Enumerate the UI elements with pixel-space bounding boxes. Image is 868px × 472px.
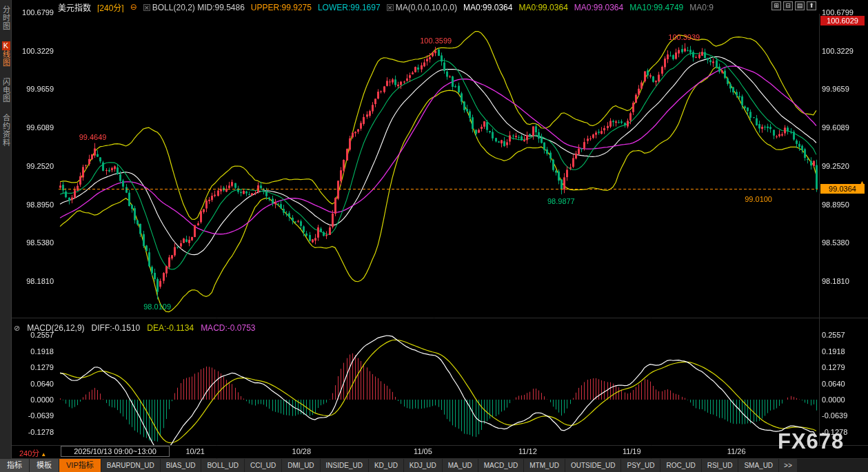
brand-watermark: FX678 [778,429,844,454]
indicator-readout-text: MA10:99.4749 [629,3,683,12]
time-axis: 240分▲ 2025/10/13 09:00~13:00 10/2110/281… [0,446,868,458]
indicator-readout: UPPER:99.9275 [251,3,312,12]
toolbar-button-7[interactable]: DMI_UD [282,459,319,472]
macd-readout: DEA:-0.1134 [147,323,194,333]
toolbar-button-9[interactable]: KD_UD [369,459,403,472]
x-axis-date-label: 10/28 [292,447,312,455]
date-range-box[interactable]: 2025/10/13 09:00~13:00 [61,446,170,457]
indicator-readout: ⨯BOLL(20,2) MID:99.5486 [143,3,245,12]
toolbar-button-1[interactable]: 模板 [30,459,59,472]
toolbar-button-0[interactable]: 指标 [0,459,29,472]
indicator-readout-text: MA(0,0,0,10,0,0) [396,3,457,12]
period-label: [240分] [97,2,124,12]
timeframe-label: 240分▲ [19,447,46,458]
layout-split-icon[interactable]: ⊟ [783,1,793,10]
sidebar-item-kline-chart[interactable]: K线图 [1,41,11,67]
indicator-toolbar: 指标模板VIP指标BARUPDN_UDBIAS_UDBOLL_UDCCI_UDD… [0,459,868,472]
indicator-readout: ⨯MA(0,0,0,10,0,0) [387,3,457,12]
symbol-title: 美元指数 [58,2,91,12]
collapse-panel-icon[interactable]: ⊖ [130,3,137,12]
sidebar-item-label: 分时图 [2,6,10,30]
indicator-readout-text: BOLL(20,2) MID:99.5486 [152,3,245,12]
x-axis-date-label: 11/05 [414,447,432,455]
x-axis-date-label: 11/26 [727,447,746,455]
chart-canvas[interactable] [0,0,868,472]
sidebar-item-label: 闪电图 [2,78,10,103]
toolbar-button-13[interactable]: MTM_UD [524,459,565,472]
indicator-readout-text: MA0:99.0364 [574,3,623,12]
x-axis-date-label: 11/19 [623,447,641,455]
toolbar-button-19[interactable]: >> [779,459,797,472]
toolbar-button-11[interactable]: MA_UD [443,459,478,472]
remove-indicator-icon[interactable]: ⨯ [143,4,150,11]
toolbar-button-16[interactable]: ROC_UD [660,459,700,472]
layout-rows-icon[interactable]: ▤ [795,1,805,10]
sidebar-item-time-chart[interactable]: 分时图 [1,6,11,30]
indicator-readout-text: LOWER:99.1697 [318,3,381,12]
sidebar-item-label: 合约资料 [2,114,10,147]
macd-readouts: MACD(26,12,9)DIFF:-0.1510DEA:-0.1134MACD… [27,323,255,333]
maximize-icon[interactable]: ⬆ [807,1,816,10]
indicator-readout: MA10:99.4749 [629,3,683,12]
sidebar-item-flash-chart[interactable]: 闪电图 [1,78,11,103]
toolbar-button-12[interactable]: MACD_UD [478,459,523,472]
macd-settings-icon[interactable]: ⊘ [14,324,20,333]
indicator-header: 美元指数 [240分] ⊖ ⨯BOLL(20,2) MID:99.5486UPP… [58,2,772,12]
x-axis-date-label: 11/12 [518,447,537,455]
indicator-readout-text: UPPER:99.9275 [251,3,312,12]
toolbar-button-2[interactable]: VIP指标 [59,459,101,472]
indicator-readout: MA0:99.0364 [463,3,512,12]
up-triangle-icon: ▲ [41,451,46,458]
remove-indicator-icon[interactable]: ⨯ [387,4,394,11]
indicator-readout-text: MA0:9 [689,3,714,12]
sidebar-item-contract-info[interactable]: 合约资料 [1,114,11,147]
x-axis-date-label: 10/21 [185,447,205,455]
sidebar-item-label: 线图 [2,50,10,67]
toolbar-button-15[interactable]: PSY_UD [621,459,660,472]
toolbar-button-8[interactable]: INSIDE_UD [321,459,368,472]
macd-readout: MACD:-0.0753 [201,323,255,333]
layout-grid-icon[interactable]: ⊞ [771,1,781,10]
window-layout-icons: ⊞⊟▤⬆ [771,1,816,10]
macd-header: ⊘ MACD(26,12,9)DIFF:-0.1510DEA:-0.1134MA… [14,323,256,333]
toolbar-button-3[interactable]: BARUPDN_UD [101,459,160,472]
sidebar: 分时图K线图闪电图合约资料 [0,0,12,459]
indicator-readout: LOWER:99.1697 [318,3,381,12]
toolbar-button-17[interactable]: RSI_UD [702,459,738,472]
sidebar-active-badge: K [2,41,10,50]
toolbar-button-18[interactable]: SMA_UD [738,459,778,472]
trading-app-window: 分时图K线图闪电图合约资料 美元指数 [240分] ⊖ ⨯BOLL(20,2) … [0,0,868,472]
indicator-readouts: ⨯BOLL(20,2) MID:99.5486UPPER:99.9275LOWE… [143,3,714,12]
indicator-readout: MA0:9 [689,3,714,12]
macd-readout: MACD(26,12,9) [27,323,84,333]
indicator-readout-text: MA0:99.0364 [518,3,567,12]
toolbar-button-14[interactable]: OUTSIDE_UD [565,459,620,472]
toolbar-button-10[interactable]: KDJ_UD [404,459,442,472]
timeframe-text: 240分 [19,449,39,458]
indicator-readout: MA0:99.0364 [574,3,623,12]
macd-readout: DIFF:-0.1510 [92,323,141,333]
toolbar-button-5[interactable]: BOLL_UD [201,459,244,472]
toolbar-button-6[interactable]: CCI_UD [245,459,281,472]
toolbar-button-4[interactable]: BIAS_UD [161,459,201,472]
indicator-readout-text: MA0:99.0364 [463,3,512,12]
indicator-readout: MA0:99.0364 [518,3,567,12]
